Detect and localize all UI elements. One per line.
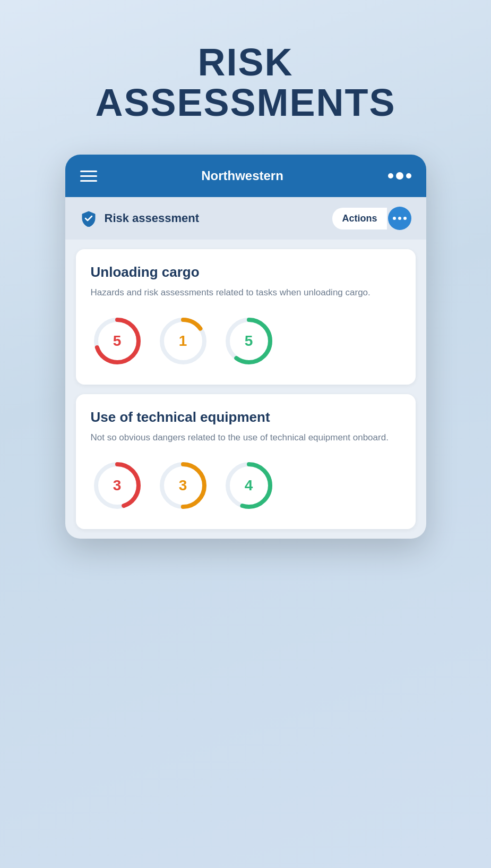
actions-label[interactable]: Actions <box>332 208 386 229</box>
actions-more-button[interactable] <box>388 207 411 230</box>
circles-row: 3 3 4 <box>91 459 401 512</box>
section-title: Risk assessment <box>105 211 200 225</box>
app-header: Northwestern <box>65 155 426 197</box>
section-header-left: Risk assessment <box>80 210 200 227</box>
shield-icon <box>80 210 97 227</box>
card-description: Hazards and risk assessments related to … <box>91 286 401 300</box>
content-area: Unloading cargoHazards and risk assessme… <box>65 240 426 539</box>
card-description: Not so obvious dangers related to the us… <box>91 431 401 445</box>
circle-value: 5 <box>245 333 253 350</box>
circle-value: 3 <box>113 477 122 494</box>
circle-1: 1 <box>157 314 210 368</box>
card-technical-equipment: Use of technical equipmentNot so obvious… <box>76 394 416 530</box>
circle-1: 3 <box>157 459 210 512</box>
circle-value: 1 <box>179 333 187 350</box>
circle-2: 5 <box>222 314 275 368</box>
circle-0: 3 <box>91 459 144 512</box>
hamburger-menu-button[interactable] <box>80 171 97 182</box>
circle-value: 3 <box>179 477 187 494</box>
header-title: Northwestern <box>201 168 283 183</box>
circle-0: 5 <box>91 314 144 368</box>
circles-row: 5 1 5 <box>91 314 401 368</box>
section-header: Risk assessment Actions <box>65 197 426 240</box>
actions-group: Actions <box>332 207 411 230</box>
circle-2: 4 <box>222 459 275 512</box>
card-title: Unloading cargo <box>91 264 401 280</box>
card-title: Use of technical equipment <box>91 409 401 426</box>
app-container: Northwestern Risk assessment Actions <box>65 155 426 539</box>
circle-value: 5 <box>113 333 122 350</box>
three-dots-icon <box>393 217 407 220</box>
header-dots-button[interactable] <box>388 172 411 180</box>
card-unloading-cargo: Unloading cargoHazards and risk assessme… <box>76 249 416 385</box>
page-title: RISK ASSESSMENTS <box>95 42 395 123</box>
circle-value: 4 <box>245 477 253 494</box>
